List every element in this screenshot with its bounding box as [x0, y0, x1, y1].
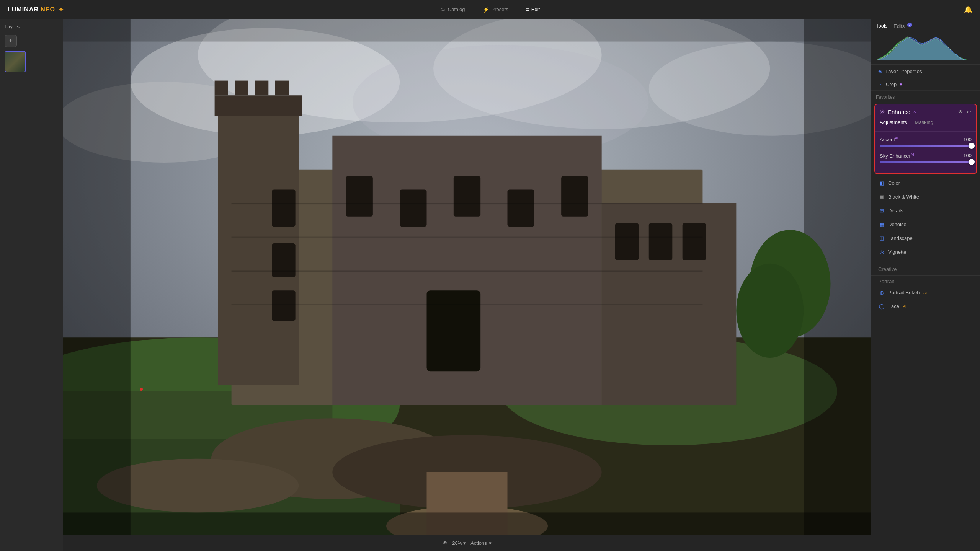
sky-enhancer-label-row: Sky EnhancerAI 100 — [880, 153, 972, 159]
layer-thumbnail[interactable] — [5, 51, 26, 72]
plus-icon: + — [9, 37, 13, 45]
face-label: Face — [888, 303, 899, 309]
sky-enhancer-slider-thumb[interactable] — [969, 159, 975, 165]
accent-slider-track[interactable] — [880, 145, 972, 147]
crosshair-indicator — [481, 244, 485, 248]
crop-icon: ⊡ — [878, 81, 883, 87]
svg-rect-16 — [235, 81, 248, 96]
enhance-tabs: Adjustments Masking — [875, 119, 976, 132]
catalog-label: Catalog — [448, 7, 465, 12]
svg-rect-32 — [683, 223, 706, 260]
enhance-reset-icon[interactable]: ↩ — [967, 109, 972, 116]
face-tool-row[interactable]: ◯ Face AI — [871, 300, 980, 313]
section-divider-creative — [871, 261, 980, 261]
svg-rect-28 — [427, 290, 481, 371]
eye-icon: 👁 — [443, 540, 448, 546]
topbar: LUMINAR NEO ✦ 🗂 Catalog ⚡ Presets ≡ Edit… — [0, 0, 980, 19]
presets-label: Presets — [492, 7, 508, 12]
edit-label: Edit — [531, 7, 540, 12]
castle-image-svg — [63, 19, 871, 535]
favorites-label: Favorites — [876, 95, 895, 100]
canvas-image — [63, 19, 871, 535]
sky-enhancer-slider-row: Sky EnhancerAI 100 — [880, 153, 972, 163]
tab-edits[interactable]: Edits 2 — [893, 23, 912, 31]
details-icon: ⊞ — [878, 207, 885, 214]
actions-button[interactable]: Actions ▾ — [470, 540, 492, 546]
edit-nav-item[interactable]: ≡ Edit — [523, 5, 543, 14]
black-white-tool-row[interactable]: ▣ Black & White — [871, 190, 980, 204]
actions-chevron-icon: ▾ — [489, 540, 492, 546]
denoise-tool-row[interactable]: ▦ Denoise — [871, 218, 980, 231]
edits-tab-label: Edits — [893, 23, 905, 29]
main-area: Layers + — [0, 19, 980, 551]
accent-label-row: AccentAI 100 — [880, 136, 972, 142]
face-icon: ◯ — [878, 303, 885, 310]
catalog-nav-item[interactable]: 🗂 Catalog — [437, 5, 468, 14]
accent-ai-badge: AI — [895, 136, 898, 140]
svg-rect-35 — [232, 270, 703, 272]
enhance-tab-masking[interactable]: Masking — [915, 119, 933, 127]
details-label: Details — [888, 208, 903, 214]
vignette-label: Vignette — [888, 249, 906, 255]
histogram-chart — [876, 34, 975, 60]
enhance-header: ✳ Enhance AI 👁 ↩ — [875, 104, 976, 119]
color-icon: ◧ — [878, 180, 885, 187]
presets-nav-item[interactable]: ⚡ Presets — [480, 5, 511, 14]
favorites-section-header: Favorites — [871, 91, 980, 101]
portrait-bokeh-ai-badge: AI — [923, 291, 927, 295]
enhance-visibility-icon[interactable]: 👁 — [958, 109, 964, 115]
sky-enhancer-slider-track[interactable] — [880, 161, 972, 163]
details-tool-row[interactable]: ⊞ Details — [871, 204, 980, 218]
enhance-module: ✳ Enhance AI 👁 ↩ Adjustments Masking — [874, 104, 977, 174]
color-label: Color — [888, 180, 900, 186]
svg-rect-22 — [272, 290, 296, 321]
enhance-title: Enhance — [888, 109, 910, 115]
creative-label: Creative — [878, 266, 897, 272]
adjustments-tab-label: Adjustments — [880, 119, 907, 125]
landscape-tool-row[interactable]: ◫ Landscape — [871, 231, 980, 245]
face-ai-badge: AI — [903, 305, 906, 308]
logo-star-icon: ✦ — [58, 5, 64, 14]
svg-rect-24 — [400, 189, 426, 227]
svg-rect-25 — [454, 176, 480, 217]
svg-rect-36 — [232, 304, 703, 305]
color-tool-row[interactable]: ◧ Color — [871, 176, 980, 190]
edit-icon: ≡ — [526, 7, 529, 13]
svg-rect-14 — [215, 95, 302, 116]
svg-rect-23 — [346, 176, 373, 217]
denoise-icon: ▦ — [878, 221, 885, 228]
app-version: NEO — [41, 6, 55, 13]
tools-tab-label: Tools — [876, 23, 887, 29]
accent-slider-thumb[interactable] — [969, 143, 975, 149]
accent-value: 100 — [963, 137, 972, 142]
portrait-bokeh-tool-row[interactable]: ◍ Portrait Bokeh AI — [871, 286, 980, 300]
black-white-label: Black & White — [888, 194, 919, 200]
enhance-controls: 👁 ↩ — [958, 109, 972, 116]
nav-center: 🗂 Catalog ⚡ Presets ≡ Edit — [437, 5, 543, 14]
portrait-section-header: Portrait — [871, 277, 980, 286]
app-name: LUMINAR NEO — [8, 6, 55, 13]
landscape-icon: ◫ — [878, 235, 885, 242]
svg-rect-42 — [63, 19, 131, 535]
svg-rect-17 — [255, 81, 268, 96]
svg-rect-26 — [508, 189, 534, 227]
portrait-bokeh-label: Portrait Bokeh — [888, 290, 920, 295]
notification-icon[interactable]: 🔔 — [964, 6, 972, 13]
svg-rect-31 — [649, 223, 673, 260]
visibility-toggle[interactable]: 👁 — [443, 540, 448, 546]
zoom-control[interactable]: 26% ▾ — [452, 540, 466, 546]
svg-rect-30 — [615, 223, 639, 260]
svg-rect-34 — [232, 237, 703, 238]
crop-row[interactable]: ⊡ Crop ◆ — [871, 78, 980, 91]
add-layer-button[interactable]: + — [5, 35, 17, 47]
layer-properties-row[interactable]: ◈ Layer Properties — [871, 65, 980, 78]
sky-enhancer-ai-badge: AI — [911, 153, 914, 156]
vignette-tool-row[interactable]: ◎ Vignette — [871, 245, 980, 259]
enhance-tab-adjustments[interactable]: Adjustments — [880, 119, 907, 127]
tab-tools[interactable]: Tools — [876, 23, 887, 31]
landscape-label: Landscape — [888, 235, 913, 241]
layer-thumb-image — [5, 52, 25, 72]
creative-section-header: Creative — [871, 262, 980, 274]
presets-icon: ⚡ — [483, 7, 489, 13]
right-panel: Tools Edits 2 ◈ — [871, 19, 980, 551]
